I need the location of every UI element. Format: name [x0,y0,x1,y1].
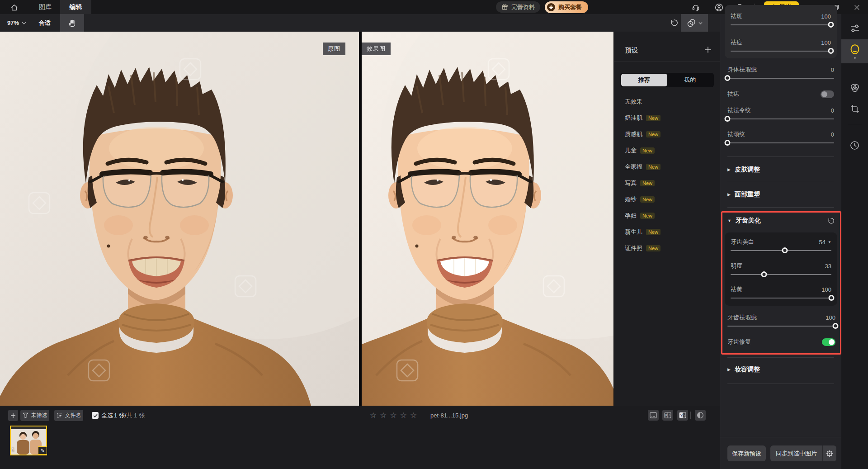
fit-to-screen-button[interactable]: 合适 [39,14,51,32]
acne-removal-slider[interactable] [731,48,831,54]
compare-mode-button[interactable] [681,14,708,32]
nasolabial-folds-slider[interactable] [727,116,834,122]
undo-button[interactable] [666,14,681,32]
section-divider [727,182,834,182]
thumbnail-edited-badge[interactable]: ✎ [38,446,47,455]
result-image[interactable]: 效果图 [362,32,613,406]
star-icon[interactable]: ☆ [380,412,387,419]
selected-count: 1 张 [114,412,125,420]
teeth-whitening-dropdown[interactable]: 54 ▼ [819,239,831,246]
save-new-preset-button[interactable]: 保存新预设 [727,445,766,461]
filter-button[interactable]: 未筛选 [20,410,49,421]
section-face-reshape[interactable]: ▶ 面部重塑 [727,190,834,199]
teeth-blemish-slider[interactable] [727,323,835,329]
toggle-label: 牙齿修复 [727,338,751,346]
preset-item[interactable]: 证件照New [614,240,720,256]
gear-icon [826,450,833,457]
section-skin-adjust[interactable]: ▶ 皮肤调整 [727,166,834,174]
teeth-repair-toggle[interactable] [822,338,835,346]
sort-button[interactable]: 文件名 [54,410,83,421]
preset-item[interactable]: 质感肌New [614,126,720,142]
slider-thumb[interactable] [725,116,731,122]
preset-item[interactable]: 全家福New [614,159,720,175]
presets-divider [614,61,720,62]
star-icon[interactable]: ☆ [390,412,397,419]
sync-settings-button[interactable] [822,445,836,461]
raw-compare-button[interactable]: RA [662,410,673,421]
preset-label: 质感肌 [625,130,642,138]
select-all-checkbox[interactable] [92,412,99,419]
section-makeup-adjust[interactable]: ▶ 妆容调整 [727,365,834,374]
star-icon[interactable]: ☆ [370,412,377,419]
complete-profile-button[interactable]: 完善资料 [496,1,540,13]
preset-item[interactable]: 奶油肌New [614,110,720,126]
slider-thumb[interactable] [829,295,835,301]
add-preset-button[interactable] [703,44,713,55]
icons-divider [690,412,691,419]
account-button[interactable] [714,2,724,12]
skin-clean-card: 祛斑100 祛痘100 [725,14,837,58]
preset-tab-mine[interactable]: 我的 [667,74,713,86]
reset-icon [827,217,835,225]
preset-item[interactable]: 婚纱New [614,191,720,208]
star-icon[interactable]: ☆ [410,412,417,419]
teeth-reset-button[interactable] [826,216,835,226]
teeth-whitening-card: 牙齿美白 54 ▼ 明度33 祛黄100 [725,232,837,306]
preset-item[interactable]: 无效果 [614,94,720,110]
spot-removal-slider[interactable] [731,22,831,28]
preset-tab-recommended[interactable]: 推荐 [621,74,667,86]
slider-thumb[interactable] [761,271,767,277]
history-tool-button[interactable] [841,135,868,155]
star-icon[interactable]: ☆ [400,412,407,419]
brightness-slider[interactable] [731,271,831,277]
portrait-tool-button[interactable] [841,39,868,63]
neck-lines-slider[interactable] [727,140,834,146]
slider-thumb[interactable] [828,48,834,54]
preset-item[interactable]: 写真New [614,175,720,191]
new-badge: New [640,196,655,203]
hand-tool-button[interactable] [60,14,84,32]
select-all-label[interactable]: 全选 [101,410,113,421]
preset-label: 证件照 [625,244,642,252]
preset-label: 全家福 [625,163,642,171]
adjustments-tool-button[interactable] [841,19,868,38]
body-blemish-slider[interactable] [727,75,834,81]
remove-yellow-slider[interactable] [731,295,831,301]
close-button[interactable] [851,1,863,13]
original-image[interactable]: 原图 [0,32,359,406]
before-after-compare-button[interactable]: YY [677,410,688,421]
teeth-whitening-slider[interactable] [731,247,831,253]
tab-edit[interactable]: 编辑 [60,0,91,14]
preset-tabs: 推荐 我的 [620,73,714,87]
split-view-button[interactable] [695,410,706,421]
toolbar: 97% 合适 [0,14,841,32]
filmstrip-view-button[interactable] [648,410,659,421]
color-tool-button[interactable] [841,78,868,98]
slider-thumb[interactable] [828,22,834,28]
slider-thumb[interactable] [725,75,731,81]
zoom-level-dropdown[interactable]: 97% [7,14,26,32]
slider-thumb[interactable] [782,247,788,253]
collapsed-icon: ▶ [727,367,731,372]
preset-item[interactable]: 孕妇New [614,208,720,224]
section-label: 妆容调整 [735,365,760,374]
home-button[interactable] [9,2,19,12]
sync-to-selected-button[interactable]: 同步到选中图片 [770,445,836,461]
support-button[interactable] [691,2,701,12]
section-teeth-beautify[interactable]: ▼ 牙齿美化 [727,217,835,225]
beautify-scroll-area[interactable]: 祛斑100 祛痘100 身体祛瑕疵0 祛痣 祛法令纹0 [720,14,842,396]
split-view-icon [697,412,704,419]
preset-item[interactable]: 儿童New [614,142,720,159]
slider-thumb[interactable] [725,140,731,146]
crop-tool-button[interactable] [841,99,868,119]
brightness-slider-group: 明度33 [731,262,831,278]
teeth-section-highlight: ▼ 牙齿美化 牙齿美白 54 ▼ [721,211,841,355]
slider-thumb[interactable] [833,323,839,329]
add-photo-button[interactable] [8,410,18,421]
tab-gallery[interactable]: 图库 [32,0,59,14]
buy-package-button[interactable]: 购买套餐 [545,1,588,13]
preset-item[interactable]: 新生儿New [614,224,720,240]
chevron-down-icon [22,22,26,24]
mole-removal-toggle[interactable] [821,90,834,98]
slider-value: 0 [831,131,834,138]
